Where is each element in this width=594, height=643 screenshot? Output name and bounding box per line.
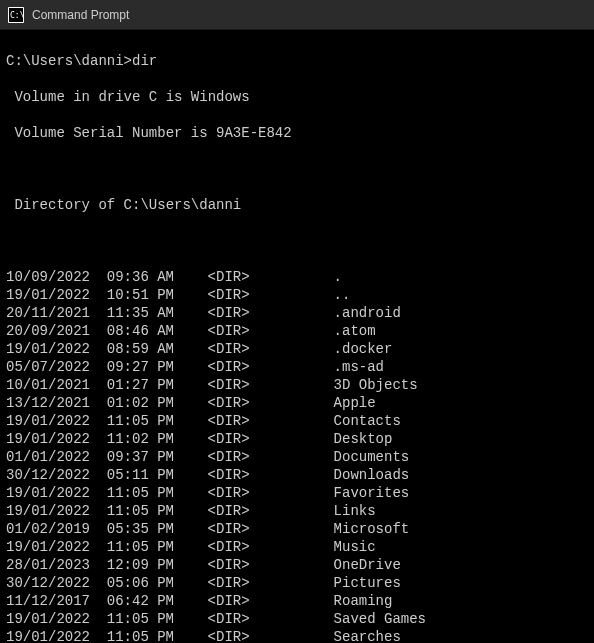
col-time: 09:27 PM	[107, 358, 174, 376]
listing-row: 19/01/2022 08:59 AM <DIR> .docker	[6, 340, 588, 358]
col-type: <DIR>	[208, 502, 250, 520]
col-type: <DIR>	[208, 304, 250, 322]
col-type: <DIR>	[208, 268, 250, 286]
listing-row: 19/01/2022 11:05 PM <DIR> Saved Games	[6, 610, 588, 628]
blank-line	[6, 160, 588, 178]
col-time: 11:05 PM	[107, 484, 174, 502]
col-type: <DIR>	[208, 610, 250, 628]
listing-row: 10/01/2021 01:27 PM <DIR> 3D Objects	[6, 376, 588, 394]
col-type: <DIR>	[208, 538, 250, 556]
listing-row: 19/01/2022 11:05 PM <DIR> Music	[6, 538, 588, 556]
col-time: 11:02 PM	[107, 430, 174, 448]
col-date: 19/01/2022	[6, 286, 90, 304]
col-time: 08:59 AM	[107, 340, 174, 358]
col-date: 20/09/2021	[6, 322, 90, 340]
col-type: <DIR>	[208, 340, 250, 358]
col-type: <DIR>	[208, 466, 250, 484]
col-name: Roaming	[334, 592, 393, 610]
col-name: Music	[334, 538, 376, 556]
col-time: 09:37 PM	[107, 448, 174, 466]
prompt-path: C:\Users\danni>	[6, 53, 132, 69]
col-name: ..	[334, 286, 351, 304]
directory-of-line: Directory of C:\Users\danni	[6, 196, 588, 214]
col-time: 12:09 PM	[107, 556, 174, 574]
listing-row: 19/01/2022 11:05 PM <DIR> Links	[6, 502, 588, 520]
col-name: 3D Objects	[334, 376, 418, 394]
listing-row: 11/12/2017 06:42 PM <DIR> Roaming	[6, 592, 588, 610]
col-name: .docker	[334, 340, 393, 358]
col-name: Apple	[334, 394, 376, 412]
col-type: <DIR>	[208, 592, 250, 610]
col-name: .atom	[334, 322, 376, 340]
col-type: <DIR>	[208, 574, 250, 592]
listing-row: 19/01/2022 11:02 PM <DIR> Desktop	[6, 430, 588, 448]
col-date: 19/01/2022	[6, 484, 90, 502]
listing-row: 30/12/2022 05:11 PM <DIR> Downloads	[6, 466, 588, 484]
col-type: <DIR>	[208, 286, 250, 304]
col-type: <DIR>	[208, 430, 250, 448]
col-name: Pictures	[334, 574, 401, 592]
col-date: 19/01/2022	[6, 412, 90, 430]
listing-row: 19/01/2022 11:05 PM <DIR> Favorites	[6, 484, 588, 502]
col-type: <DIR>	[208, 358, 250, 376]
col-type: <DIR>	[208, 520, 250, 538]
col-name: .android	[334, 304, 401, 322]
col-time: 11:35 AM	[107, 304, 174, 322]
col-date: 05/07/2022	[6, 358, 90, 376]
listing-row: 01/02/2019 05:35 PM <DIR> Microsoft	[6, 520, 588, 538]
listing-row: 19/01/2022 11:05 PM <DIR> Searches	[6, 628, 588, 643]
col-type: <DIR>	[208, 412, 250, 430]
col-date: 11/12/2017	[6, 592, 90, 610]
window-title: Command Prompt	[32, 8, 129, 22]
col-type: <DIR>	[208, 628, 250, 643]
listing-row: 20/11/2021 11:35 AM <DIR> .android	[6, 304, 588, 322]
titlebar[interactable]: C:\ Command Prompt	[0, 0, 594, 30]
listing-row: 20/09/2021 08:46 AM <DIR> .atom	[6, 322, 588, 340]
col-name: Favorites	[334, 484, 410, 502]
col-date: 19/01/2022	[6, 610, 90, 628]
col-type: <DIR>	[208, 376, 250, 394]
col-name: .	[334, 268, 342, 286]
col-time: 01:02 PM	[107, 394, 174, 412]
terminal-output[interactable]: C:\Users\danni>dir Volume in drive C is …	[0, 30, 594, 643]
col-date: 01/01/2022	[6, 448, 90, 466]
col-time: 11:05 PM	[107, 412, 174, 430]
col-name: Contacts	[334, 412, 401, 430]
listing-row: 13/12/2021 01:02 PM <DIR> Apple	[6, 394, 588, 412]
cmd-icon: C:\	[8, 7, 24, 23]
col-time: 11:05 PM	[107, 628, 174, 643]
command-prompt-window: C:\ Command Prompt C:\Users\danni>dir Vo…	[0, 0, 594, 643]
col-name: .ms-ad	[334, 358, 384, 376]
col-name: Desktop	[334, 430, 393, 448]
col-name: Saved Games	[334, 610, 426, 628]
listing-row: 01/01/2022 09:37 PM <DIR> Documents	[6, 448, 588, 466]
col-time: 11:05 PM	[107, 538, 174, 556]
col-date: 19/01/2022	[6, 502, 90, 520]
col-time: 08:46 AM	[107, 322, 174, 340]
listing-row: 19/01/2022 10:51 PM <DIR> ..	[6, 286, 588, 304]
listing-row: 28/01/2023 12:09 PM <DIR> OneDrive	[6, 556, 588, 574]
col-time: 11:05 PM	[107, 610, 174, 628]
col-type: <DIR>	[208, 556, 250, 574]
col-type: <DIR>	[208, 322, 250, 340]
listing-row: 19/01/2022 11:05 PM <DIR> Contacts	[6, 412, 588, 430]
col-date: 10/01/2021	[6, 376, 90, 394]
col-date: 19/01/2022	[6, 538, 90, 556]
svg-text:C:\: C:\	[10, 11, 24, 20]
col-type: <DIR>	[208, 448, 250, 466]
col-date: 28/01/2023	[6, 556, 90, 574]
listing-row: 30/12/2022 05:06 PM <DIR> Pictures	[6, 574, 588, 592]
col-date: 30/12/2022	[6, 466, 90, 484]
col-time: 05:06 PM	[107, 574, 174, 592]
col-name: Links	[334, 502, 376, 520]
col-name: Downloads	[334, 466, 410, 484]
col-name: OneDrive	[334, 556, 401, 574]
col-date: 19/01/2022	[6, 628, 90, 643]
prompt-command: dir	[132, 53, 157, 69]
col-date: 01/02/2019	[6, 520, 90, 538]
col-date: 30/12/2022	[6, 574, 90, 592]
col-date: 19/01/2022	[6, 430, 90, 448]
col-date: 13/12/2021	[6, 394, 90, 412]
col-date: 20/11/2021	[6, 304, 90, 322]
col-time: 06:42 PM	[107, 592, 174, 610]
